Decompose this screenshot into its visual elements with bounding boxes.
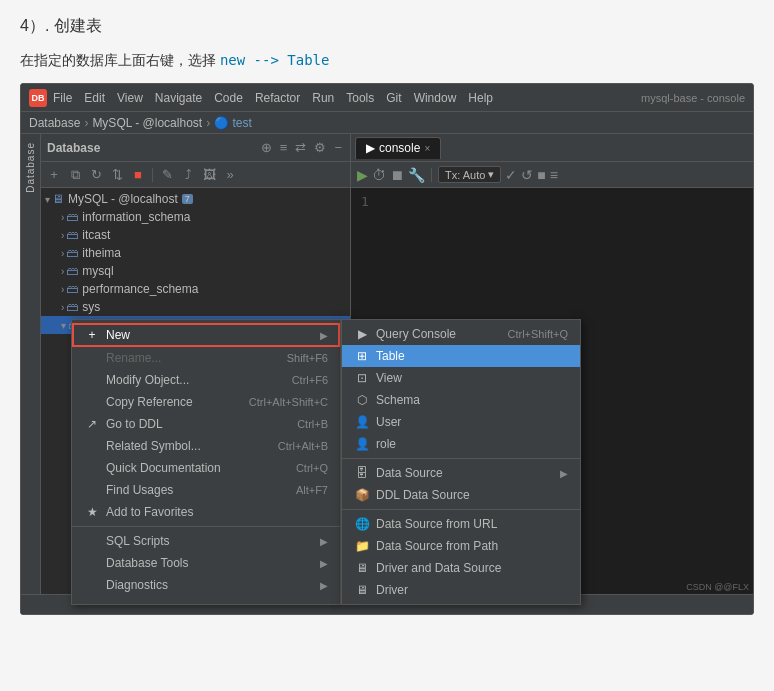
menu-help[interactable]: Help: [468, 91, 493, 105]
ctx-find-usages[interactable]: Find Usages Alt+F7: [72, 479, 340, 501]
breadcrumb-database[interactable]: Database: [29, 116, 80, 130]
sub-ddl-data-source[interactable]: 📦 DDL Data Source: [342, 484, 580, 506]
context-menu-primary: + New ▶ Rename... Shift+F6: [71, 319, 341, 605]
gear-icon[interactable]: ⚙: [312, 140, 328, 155]
menu-view[interactable]: View: [117, 91, 143, 105]
clock-btn[interactable]: ⏱: [372, 167, 386, 183]
more-btn[interactable]: »: [221, 166, 239, 184]
tx-auto[interactable]: Tx: Auto ▾: [438, 166, 501, 183]
ctx-copy-ref-label: Copy Reference: [106, 395, 193, 409]
menu-refactor[interactable]: Refactor: [255, 91, 300, 105]
tree-item-sys[interactable]: › 🗃 sys: [41, 298, 350, 316]
sub-ddl-data-source-label: DDL Data Source: [376, 488, 470, 502]
ctx-db-tools[interactable]: Database Tools ▶: [72, 552, 340, 574]
menu-navigate[interactable]: Navigate: [155, 91, 202, 105]
square-btn[interactable]: ■: [537, 167, 545, 183]
sub-query-console-label: Query Console: [376, 327, 456, 341]
split-icon[interactable]: ⇄: [293, 140, 308, 155]
schema-icon: ⬡: [354, 393, 370, 407]
url-icon: 🌐: [354, 517, 370, 531]
ctx-quick-doc[interactable]: Quick Documentation Ctrl+Q: [72, 457, 340, 479]
sub-data-source-path-label: Data Source from Path: [376, 539, 498, 553]
menu-tools[interactable]: Tools: [346, 91, 374, 105]
sub-schema[interactable]: ⬡ Schema: [342, 389, 580, 411]
breadcrumb-mysql[interactable]: MySQL - @localhost: [92, 116, 202, 130]
tree-item-performance[interactable]: › 🗃 performance_schema: [41, 280, 350, 298]
tree-root[interactable]: ▾ 🖥 MySQL - @localhost 7: [41, 190, 350, 208]
ctx-related[interactable]: Related Symbol... Ctrl+Alt+B: [72, 435, 340, 457]
stop-btn2[interactable]: ⏹: [390, 167, 404, 183]
stop-btn[interactable]: ■: [129, 166, 147, 184]
panel-title: Database: [47, 141, 100, 155]
sub-query-console-shortcut: Ctrl+Shift+Q: [507, 328, 568, 340]
sub-table[interactable]: ⊞ Table: [342, 345, 580, 367]
user-icon: 👤: [354, 415, 370, 429]
ctx-related-label: Related Symbol...: [106, 439, 201, 453]
data-source-arrow: ▶: [560, 468, 568, 479]
ide-logo: DB: [29, 89, 47, 107]
wrench-btn[interactable]: 🔧: [408, 167, 425, 183]
menu-run[interactable]: Run: [312, 91, 334, 105]
ddl-icon: 📦: [354, 488, 370, 502]
add-btn[interactable]: +: [45, 166, 63, 184]
tree-item-itcast[interactable]: › 🗃 itcast: [41, 226, 350, 244]
ctx-favorites[interactable]: ★ Add to Favorites: [72, 501, 340, 523]
ctx-new[interactable]: + New ▶: [72, 323, 340, 347]
ctx-modify[interactable]: Modify Object... Ctrl+F6: [72, 369, 340, 391]
sub-driver[interactable]: 🖥 Driver: [342, 579, 580, 601]
sub-user[interactable]: 👤 User: [342, 411, 580, 433]
sub-query-console[interactable]: ▶ Query Console Ctrl+Shift+Q: [342, 323, 580, 345]
watermark: CSDN @@FLX: [686, 582, 749, 592]
ide-titlebar: DB File Edit View Navigate Code Refactor…: [21, 84, 753, 112]
sub-data-source[interactable]: 🗄 Data Source ▶: [342, 462, 580, 484]
refresh-btn[interactable]: ↻: [87, 166, 105, 184]
menu-file[interactable]: File: [53, 91, 72, 105]
run-btn[interactable]: ▶: [357, 167, 368, 183]
console-tab-icon: ▶: [366, 141, 375, 155]
console-tab-close[interactable]: ×: [424, 143, 430, 154]
add-icon[interactable]: ⊕: [259, 140, 274, 155]
sub-data-source-label: Data Source: [376, 466, 443, 480]
ctx-copy-ref[interactable]: Copy Reference Ctrl+Alt+Shift+C: [72, 391, 340, 413]
ctx-sql-scripts[interactable]: SQL Scripts ▶: [72, 530, 340, 552]
ctx-diagnostics[interactable]: Diagnostics ▶: [72, 574, 340, 596]
check-btn[interactable]: ✓: [505, 167, 517, 183]
console-tab[interactable]: ▶ console ×: [355, 137, 441, 159]
tree-item-mysql[interactable]: › 🗃 mysql: [41, 262, 350, 280]
sub-schema-label: Schema: [376, 393, 420, 407]
side-tab-database[interactable]: Database: [21, 134, 41, 594]
ctx-goto-ddl[interactable]: ↗ Go to DDL Ctrl+B: [72, 413, 340, 435]
minus-icon[interactable]: −: [332, 140, 344, 155]
star-icon: ★: [84, 505, 100, 519]
tree-item-itheima[interactable]: › 🗃 itheima: [41, 244, 350, 262]
jump-btn[interactable]: ⤴: [179, 166, 197, 184]
tree-item-info[interactable]: › 🗃 information_schema: [41, 208, 350, 226]
submenu-new: ▶ Query Console Ctrl+Shift+Q ⊞ Table: [341, 319, 581, 605]
image-btn[interactable]: 🖼: [200, 166, 218, 184]
edit-btn[interactable]: ✎: [158, 166, 176, 184]
sub-data-source-url[interactable]: 🌐 Data Source from URL: [342, 513, 580, 535]
filter-btn[interactable]: ⇅: [108, 166, 126, 184]
ctx-quick-doc-label: Quick Documentation: [106, 461, 221, 475]
sub-role[interactable]: 👤 role: [342, 433, 580, 455]
subheading-text: 在指定的数据库上面右键，选择: [20, 52, 216, 68]
ctx-find-usages-label: Find Usages: [106, 483, 173, 497]
sub-data-source-path[interactable]: 📁 Data Source from Path: [342, 535, 580, 557]
copy-btn[interactable]: ⧉: [66, 166, 84, 184]
undo-btn[interactable]: ↺: [521, 167, 533, 183]
menu-edit[interactable]: Edit: [84, 91, 105, 105]
driver-ds-icon: 🖥: [354, 561, 370, 575]
list-icon[interactable]: ≡: [278, 140, 290, 155]
menu-code[interactable]: Code: [214, 91, 243, 105]
menu-git[interactable]: Git: [386, 91, 401, 105]
query-console-icon: ▶: [354, 327, 370, 341]
sub-data-source-url-label: Data Source from URL: [376, 517, 497, 531]
sub-view[interactable]: ⊡ View: [342, 367, 580, 389]
sub-driver-data-source[interactable]: 🖥 Driver and Data Source: [342, 557, 580, 579]
ide-main: Database Database ⊕ ≡ ⇄ ⚙ − + ⧉: [21, 134, 753, 594]
ide-title: mysql-base - console: [641, 92, 745, 104]
breadcrumb-test[interactable]: 🔵 test: [214, 116, 252, 130]
lines-btn[interactable]: ≡: [550, 167, 558, 183]
table-icon: ⊞: [354, 349, 370, 363]
menu-window[interactable]: Window: [414, 91, 457, 105]
